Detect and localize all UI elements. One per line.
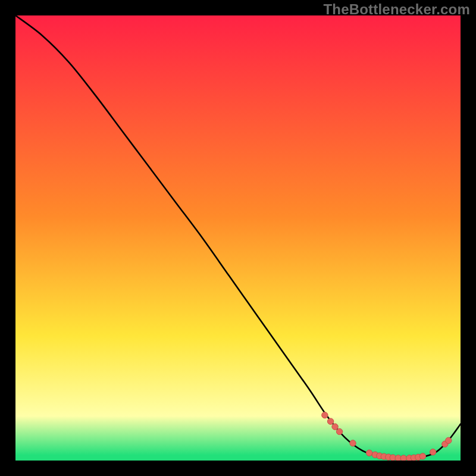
plot-area bbox=[15, 15, 461, 461]
data-marker bbox=[327, 418, 333, 424]
data-marker bbox=[350, 440, 356, 446]
data-marker bbox=[419, 453, 425, 459]
watermark-text: TheBottlenecker.com bbox=[323, 1, 470, 18]
data-marker bbox=[400, 455, 406, 461]
data-marker bbox=[332, 424, 338, 430]
data-marker bbox=[366, 450, 372, 456]
data-marker bbox=[430, 449, 436, 455]
data-marker bbox=[446, 437, 452, 443]
gradient-background bbox=[15, 15, 461, 461]
chart-svg bbox=[15, 15, 461, 461]
chart-frame: TheBottlenecker.com bbox=[0, 0, 476, 476]
data-marker bbox=[322, 412, 328, 418]
data-marker bbox=[336, 428, 342, 434]
